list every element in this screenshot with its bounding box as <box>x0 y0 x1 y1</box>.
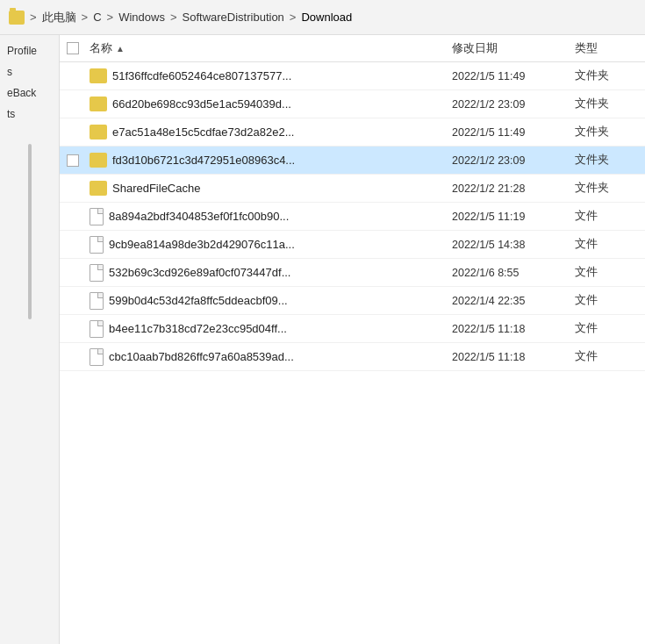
row-name-text: b4ee11c7b318cd72e23cc95d04ff... <box>109 322 287 335</box>
main-content: Profile s eBack ts 名称 ▲ 修改日期 类型 51f36ffc… <box>0 35 645 644</box>
row-name-col: 599b0d4c53d42fa8ffc5ddeacbf09... <box>86 292 452 310</box>
file-rows-container: 51f36ffcdfe6052464ce807137577...2022/1/5… <box>60 62 645 371</box>
breadcrumb-item-1[interactable]: C <box>93 11 101 24</box>
header-type[interactable]: 类型 <box>575 40 645 56</box>
row-date-col: 2022/1/5 11:49 <box>452 70 575 82</box>
row-date-col: 2022/1/2 23:09 <box>452 98 575 111</box>
folder-icon <box>90 125 107 140</box>
folder-icon <box>90 153 107 168</box>
row-date-col: 2022/1/2 21:28 <box>452 182 575 195</box>
header-checkbox-col <box>60 42 86 54</box>
breadcrumb-item-2[interactable]: Windows <box>118 11 165 24</box>
row-name-col: fd3d10b6721c3d472951e08963c4... <box>86 153 452 168</box>
file-list-area[interactable]: 名称 ▲ 修改日期 类型 51f36ffcdfe6052464ce8071375… <box>60 35 645 644</box>
row-name-text: fd3d10b6721c3d472951e08963c4... <box>112 154 295 167</box>
row-name-col: e7ac51a48e15c5cdfae73d2a82e2... <box>86 125 452 140</box>
table-row[interactable]: 532b69c3cd926e89af0cf073447df...2022/1/6… <box>60 259 645 287</box>
row-type-col: 文件夹 <box>575 181 645 196</box>
table-row[interactable]: b4ee11c7b318cd72e23cc95d04ff...2022/1/5 … <box>60 315 645 343</box>
sidebar-item-profile[interactable]: Profile <box>4 42 55 60</box>
row-type-col: 文件 <box>575 349 645 364</box>
row-type-col: 文件夹 <box>575 97 645 111</box>
row-name-text: 66d20be698cc93d5e1ac594039d... <box>112 97 291 111</box>
row-name-col: b4ee11c7b318cd72e23cc95d04ff... <box>86 320 452 338</box>
sidebar: Profile s eBack ts <box>0 35 60 644</box>
sort-arrow-icon: ▲ <box>116 44 125 54</box>
row-checkbox[interactable] <box>67 154 79 167</box>
folder-icon <box>90 181 107 196</box>
table-row[interactable]: SharedFileCache2022/1/2 21:28文件夹 <box>60 175 645 203</box>
sidebar-item-s[interactable]: s <box>4 63 55 81</box>
table-row[interactable]: cbc10aab7bd826ffc97a60a8539ad...2022/1/5… <box>60 343 645 371</box>
table-row[interactable]: 51f36ffcdfe6052464ce807137577...2022/1/5… <box>60 62 645 90</box>
sidebar-item-ts[interactable]: ts <box>4 105 55 123</box>
header-date[interactable]: 修改日期 <box>452 40 575 56</box>
file-icon <box>90 264 104 282</box>
table-row[interactable]: fd3d10b6721c3d472951e08963c4...2022/1/2 … <box>60 147 645 175</box>
file-icon <box>90 348 104 366</box>
breadcrumb-item-0[interactable]: 此电脑 <box>42 10 76 25</box>
row-name-col: 8a894a2bdf3404853ef0f1fc00b90... <box>86 208 452 225</box>
row-name-text: 599b0d4c53d42fa8ffc5ddeacbf09... <box>109 294 288 307</box>
breadcrumb-sep-2: > <box>107 11 114 24</box>
row-name-col: 9cb9ea814a98de3b2d429076c11a... <box>86 236 452 254</box>
row-name-col: cbc10aab7bd826ffc97a60a8539ad... <box>86 348 452 366</box>
row-date-col: 2022/1/5 11:49 <box>452 126 575 139</box>
row-name-text: 9cb9ea814a98de3b2d429076c11a... <box>109 238 295 251</box>
file-icon <box>90 208 104 225</box>
file-icon <box>90 320 104 338</box>
breadcrumb-item-4[interactable]: Download <box>301 11 352 24</box>
row-type-col: 文件 <box>575 237 645 252</box>
row-type-col: 文件夹 <box>575 68 645 83</box>
sidebar-scrollbar[interactable] <box>28 144 32 319</box>
row-name-text: SharedFileCache <box>112 182 200 195</box>
folder-icon <box>90 68 107 83</box>
row-name-text: 532b69c3cd926e89af0cf073447df... <box>109 266 290 279</box>
breadcrumb-sep-0: > <box>30 11 37 24</box>
row-type-col: 文件 <box>575 321 645 336</box>
row-type-col: 文件 <box>575 209 645 224</box>
row-name-text: 8a894a2bdf3404853ef0f1fc00b90... <box>109 210 289 223</box>
table-row[interactable]: 599b0d4c53d42fa8ffc5ddeacbf09...2022/1/4… <box>60 287 645 315</box>
select-all-checkbox[interactable] <box>67 42 79 54</box>
row-date-col: 2022/1/2 23:09 <box>452 154 575 167</box>
row-type-col: 文件夹 <box>575 125 645 140</box>
row-date-col: 2022/1/5 11:19 <box>452 211 575 223</box>
breadcrumb-item-3[interactable]: SoftwareDistribution <box>183 11 284 24</box>
table-row[interactable]: 9cb9ea814a98de3b2d429076c11a...2022/1/5 … <box>60 231 645 259</box>
row-date-col: 2022/1/5 14:38 <box>452 239 575 251</box>
row-name-text: e7ac51a48e15c5cdfae73d2a82e2... <box>112 125 294 139</box>
row-name-text: 51f36ffcdfe6052464ce807137577... <box>112 69 291 82</box>
header-name[interactable]: 名称 ▲ <box>86 40 452 56</box>
breadcrumb-root-icon <box>9 11 25 25</box>
header-name-label: 名称 <box>90 40 112 56</box>
folder-icon <box>90 97 107 111</box>
row-date-col: 2022/1/5 11:18 <box>452 323 575 335</box>
row-date-col: 2022/1/5 11:18 <box>452 351 575 363</box>
breadcrumb-sep-3: > <box>170 11 177 24</box>
file-icon <box>90 236 104 254</box>
row-name-col: 532b69c3cd926e89af0cf073447df... <box>86 264 452 282</box>
row-name-col: SharedFileCache <box>86 181 452 196</box>
column-headers: 名称 ▲ 修改日期 类型 <box>60 35 645 62</box>
table-row[interactable]: 66d20be698cc93d5e1ac594039d...2022/1/2 2… <box>60 90 645 118</box>
row-type-col: 文件 <box>575 265 645 280</box>
file-icon <box>90 292 104 310</box>
sidebar-item-eback[interactable]: eBack <box>4 84 55 102</box>
row-date-col: 2022/1/6 8:55 <box>452 267 575 279</box>
table-row[interactable]: 8a894a2bdf3404853ef0f1fc00b90...2022/1/5… <box>60 203 645 231</box>
row-name-text: cbc10aab7bd826ffc97a60a8539ad... <box>109 350 294 363</box>
breadcrumb-sep-4: > <box>290 11 297 24</box>
row-type-col: 文件 <box>575 293 645 308</box>
row-type-col: 文件夹 <box>575 153 645 168</box>
row-checkbox-col <box>60 154 86 167</box>
row-name-col: 51f36ffcdfe6052464ce807137577... <box>86 68 452 83</box>
breadcrumb-bar: > 此电脑 > C > Windows > SoftwareDistributi… <box>0 0 645 35</box>
row-name-col: 66d20be698cc93d5e1ac594039d... <box>86 97 452 111</box>
table-row[interactable]: e7ac51a48e15c5cdfae73d2a82e2...2022/1/5 … <box>60 118 645 147</box>
row-date-col: 2022/1/4 22:35 <box>452 295 575 307</box>
breadcrumb-sep-1: > <box>82 11 89 24</box>
